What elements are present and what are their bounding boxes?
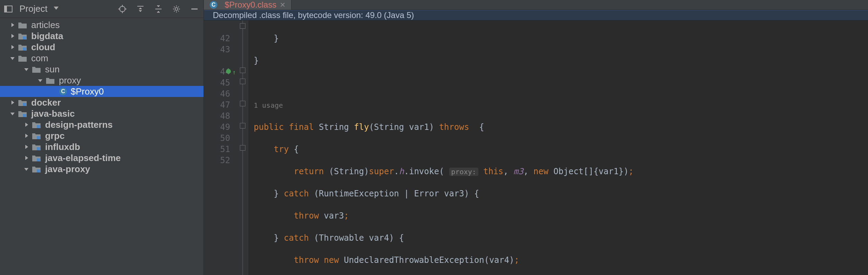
decompile-banner: Decompiled .class file, bytecode version… (204, 10, 868, 20)
tree-item-label: cloud (31, 42, 55, 53)
tree-item[interactable]: influxdb (0, 141, 203, 152)
svg-point-9 (175, 8, 178, 10)
tree-item[interactable]: design-patterns (0, 119, 203, 130)
svg-rect-16 (23, 114, 26, 117)
fold-column[interactable] (238, 20, 248, 275)
editor-tab[interactable]: C $Proxy0.class ✕ (204, 0, 292, 10)
svg-rect-20 (37, 158, 40, 161)
svg-rect-19 (37, 147, 40, 150)
svg-text:C: C (211, 2, 216, 8)
tree-item[interactable]: articles (0, 19, 203, 30)
project-tree[interactable]: articlesbigdatacloudcomsunproxyC$Proxy0d… (0, 18, 203, 175)
gutter-line[interactable]: 46 (204, 88, 230, 99)
editor-tabbar: C $Proxy0.class ✕ (204, 0, 868, 10)
svg-rect-15 (23, 103, 26, 106)
tree-item[interactable]: java-elapsed-time (0, 152, 203, 163)
tree-item[interactable]: sun (0, 64, 203, 75)
chevron-right-icon[interactable] (9, 33, 16, 39)
gutter-line[interactable]: 42 (204, 33, 230, 44)
chevron-down-icon (54, 7, 59, 11)
module-folder-icon (31, 143, 42, 151)
module-folder-icon (17, 32, 28, 40)
tab-label: $Proxy0.class (225, 0, 276, 10)
tree-item[interactable]: bigdata (0, 30, 203, 42)
chevron-right-icon[interactable] (9, 44, 16, 51)
folder-icon (31, 65, 42, 73)
folder-icon (45, 76, 55, 85)
svg-rect-12 (23, 47, 26, 51)
gutter-line[interactable]: 52 (204, 155, 230, 166)
chevron-right-icon[interactable] (23, 143, 30, 150)
module-folder-icon (17, 43, 28, 51)
minimize-icon[interactable] (190, 4, 199, 14)
svg-rect-11 (23, 36, 26, 39)
project-header: Project (0, 0, 203, 18)
module-folder-icon (31, 132, 42, 140)
tree-item[interactable]: docker (0, 97, 203, 108)
code-area: 4243444546474849505152 } } 1 usage publi… (204, 20, 868, 275)
tree-item-label: java-proxy (45, 164, 90, 175)
chevron-down-icon[interactable] (9, 110, 16, 117)
svg-rect-21 (37, 169, 40, 172)
ide-root: Project a (0, 0, 868, 275)
gutter-line[interactable]: 44 (204, 66, 230, 77)
chevron-right-icon[interactable] (9, 99, 16, 106)
chevron-right-icon[interactable] (23, 154, 30, 161)
close-icon[interactable]: ✕ (280, 1, 286, 9)
tree-item[interactable]: java-basic (0, 108, 203, 119)
svg-rect-17 (37, 125, 40, 128)
gutter[interactable]: 4243444546474849505152 (204, 20, 238, 275)
project-title: Project (19, 3, 47, 14)
gutter-line[interactable]: 43 (204, 44, 230, 55)
class-icon: C (59, 87, 67, 96)
module-folder-icon (31, 154, 42, 162)
tree-item[interactable]: proxy (0, 75, 203, 86)
no-twistie (51, 88, 58, 95)
chevron-down-icon[interactable] (23, 66, 30, 73)
chevron-down-icon[interactable] (9, 55, 16, 62)
editor-pane: C $Proxy0.class ✕ Decompiled .class file… (204, 0, 868, 275)
tree-item-label: design-patterns (45, 119, 113, 130)
tree-item[interactable]: cloud (0, 42, 203, 53)
chevron-right-icon[interactable] (23, 121, 30, 128)
folder-icon (17, 21, 28, 29)
tree-item-label: com (31, 53, 48, 64)
class-icon: C (209, 1, 218, 9)
chevron-right-icon[interactable] (23, 132, 30, 139)
gear-icon[interactable] (172, 4, 181, 14)
gutter-line[interactable] (204, 22, 230, 33)
gutter-line[interactable]: 51 (204, 144, 230, 155)
svg-rect-18 (37, 136, 40, 139)
usage-hint: 1 usage (254, 101, 283, 109)
project-title-wrap[interactable]: Project (4, 3, 59, 14)
code-text[interactable]: } } 1 usage public final String fly(Stri… (248, 20, 868, 275)
tree-item-label: docker (31, 97, 61, 108)
svg-rect-1 (5, 6, 7, 12)
gutter-line[interactable] (204, 55, 230, 66)
tree-item-label: grpc (45, 131, 64, 141)
tree-item[interactable]: C$Proxy0 (0, 86, 203, 97)
svg-point-2 (120, 6, 125, 12)
tree-item-label: sun (45, 64, 60, 75)
chevron-down-icon[interactable] (37, 77, 44, 84)
banner-text: Decompiled .class file, bytecode version… (213, 10, 414, 20)
gutter-line[interactable]: 48 (204, 110, 230, 122)
gutter-line[interactable]: 50 (204, 133, 230, 144)
chevron-right-icon[interactable] (9, 21, 16, 28)
tree-item-label: bigdata (31, 31, 63, 42)
target-icon[interactable] (118, 4, 127, 14)
tree-item[interactable]: com (0, 53, 203, 64)
module-folder-icon (31, 121, 42, 129)
expand-all-icon[interactable] (136, 4, 145, 14)
tree-item-label: influxdb (45, 142, 80, 152)
gutter-line[interactable]: 49 (204, 122, 230, 133)
chevron-down-icon[interactable] (23, 166, 30, 172)
gutter-line[interactable]: 47 (204, 99, 230, 110)
tree-item[interactable]: java-proxy (0, 163, 203, 175)
tree-item[interactable]: grpc (0, 130, 203, 141)
folder-icon (17, 54, 28, 62)
override-marker-icon[interactable] (226, 69, 231, 74)
module-folder-icon (31, 165, 42, 173)
gutter-line[interactable]: 45 (204, 77, 230, 88)
collapse-all-icon[interactable] (154, 4, 163, 14)
